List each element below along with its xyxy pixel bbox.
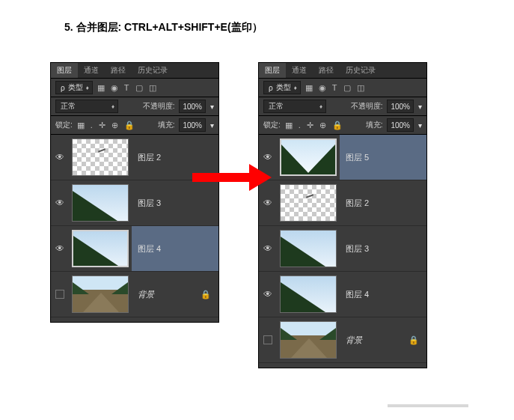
layer-name[interactable]: 背景🔒 — [340, 317, 426, 362]
layer-thumbnail[interactable] — [277, 180, 340, 225]
layer-thumbnail[interactable] — [277, 226, 340, 271]
chevron-down-icon[interactable]: ▾ — [210, 103, 214, 111]
decorative-block — [388, 404, 468, 407]
layer-name[interactable]: 图层 2 — [340, 180, 426, 225]
opacity-label: 不透明度: — [351, 101, 383, 112]
visibility-toggle[interactable]: 👁 — [259, 243, 277, 254]
layer-name[interactable]: 图层 4 — [340, 272, 426, 317]
lock-icon: 🔒 — [201, 290, 211, 299]
tab-layers[interactable]: 图层 — [51, 63, 78, 78]
lock-label: 锁定: — [263, 120, 281, 130]
tab-paths[interactable]: 路径 — [313, 63, 340, 78]
visibility-toggle[interactable]: 👁 — [259, 198, 277, 208]
layer-row[interactable]: 👁图层 3 — [259, 226, 426, 272]
type-filter-icon[interactable]: T — [332, 83, 337, 93]
layer-thumbnail[interactable] — [69, 180, 132, 225]
layer-row[interactable]: 👁图层 2 — [259, 180, 426, 226]
lock-transparent-icon[interactable]: ▦ — [285, 121, 293, 130]
lock-position-icon[interactable]: ✛ — [307, 121, 313, 130]
blend-row: 正常 ♦ 不透明度: 100% ▾ — [259, 97, 426, 116]
chevron-down-icon[interactable]: ▾ — [210, 121, 214, 130]
layer-name[interactable]: 图层 4 — [132, 226, 218, 271]
visibility-toggle[interactable]: 👁 — [259, 289, 277, 299]
smart-filter-icon[interactable]: ◫ — [149, 83, 156, 93]
layer-thumbnail[interactable] — [277, 272, 340, 317]
tab-history[interactable]: 历史记录 — [340, 63, 382, 78]
pixel-filter-icon[interactable]: ▦ — [305, 83, 313, 93]
chevron-down-icon[interactable]: ▾ — [418, 103, 422, 111]
filter-row: ρ 类型 ♦ ▦ ◉ T ▢ ◫ — [259, 79, 426, 97]
search-icon: ρ — [61, 84, 65, 92]
lock-icons: ▦ . ✛ ⊕ 🔒 — [285, 121, 343, 130]
tab-paths[interactable]: 路径 — [105, 63, 132, 78]
tab-channels[interactable]: 通道 — [286, 63, 313, 78]
doc-title: 5. 合并图层: CTRL+ALT+SHIFT+E(盖印） — [0, 0, 514, 34]
layer-row[interactable]: 背景🔒 — [51, 272, 218, 317]
fill-value[interactable]: 100% — [387, 118, 414, 132]
smart-filter-icon[interactable]: ◫ — [357, 83, 364, 93]
lock-pixels-icon[interactable]: . — [91, 121, 93, 130]
pixel-filter-icon[interactable]: ▦ — [97, 83, 105, 93]
lock-icon: 🔒 — [409, 335, 419, 345]
arrow-right-icon — [192, 164, 273, 191]
eye-off-icon — [55, 290, 64, 299]
fill-value[interactable]: 100% — [179, 118, 206, 132]
filter-row: ρ 类型 ♦ ▦ ◉ T ▢ ◫ — [51, 79, 218, 97]
adjust-filter-icon[interactable]: ◉ — [111, 83, 118, 93]
tab-channels[interactable]: 通道 — [78, 63, 105, 78]
layer-name[interactable]: 背景🔒 — [132, 272, 218, 317]
shape-filter-icon[interactable]: ▢ — [343, 83, 351, 93]
layer-thumbnail[interactable] — [69, 226, 132, 271]
blend-value: 正常 — [61, 101, 76, 112]
layer-name[interactable]: 图层 5 — [340, 135, 426, 180]
layer-name[interactable]: 图层 3 — [340, 226, 426, 271]
blend-select[interactable]: 正常 ♦ — [55, 100, 118, 113]
layer-list-after: 👁图层 5👁图层 2👁图层 3👁图层 4背景🔒 — [259, 135, 426, 368]
eye-off-icon — [263, 335, 272, 344]
layer-thumbnail[interactable] — [69, 135, 132, 180]
filter-select[interactable]: ρ 类型 ♦ — [263, 81, 301, 94]
filter-icons: ▦ ◉ T ▢ ◫ — [305, 83, 364, 93]
lock-icons: ▦ . ✛ ⊕ 🔒 — [77, 121, 135, 130]
filter-select[interactable]: ρ 类型 ♦ — [55, 81, 93, 94]
visibility-toggle[interactable]: 👁 — [51, 152, 69, 162]
chevron-down-icon: ♦ — [86, 85, 89, 91]
layer-row[interactable]: 👁图层 4 — [51, 226, 218, 272]
layer-thumbnail[interactable] — [277, 135, 340, 180]
layer-row[interactable]: 👁图层 5 — [259, 135, 426, 180]
lock-pixels-icon[interactable]: . — [299, 121, 301, 130]
tab-layers[interactable]: 图层 — [259, 63, 286, 78]
adjust-filter-icon[interactable]: ◉ — [319, 83, 326, 93]
lock-artboard-icon[interactable]: ⊕ — [319, 121, 326, 130]
visibility-toggle[interactable] — [259, 335, 277, 344]
lock-all-icon[interactable]: 🔒 — [332, 121, 343, 130]
layer-list-before: 👁图层 2👁图层 3👁图层 4背景🔒 — [51, 135, 218, 322]
layer-thumbnail[interactable] — [277, 317, 340, 362]
opacity-value[interactable]: 100% — [179, 100, 206, 113]
type-filter-icon[interactable]: T — [124, 83, 129, 93]
eye-icon: 👁 — [263, 198, 272, 208]
blend-select[interactable]: 正常 ♦ — [263, 100, 326, 113]
search-icon: ρ — [269, 84, 273, 92]
tab-history[interactable]: 历史记录 — [132, 63, 174, 78]
layers-panel-before: 图层 通道 路径 历史记录 ρ 类型 ♦ ▦ ◉ T ▢ ◫ 正常 ♦ — [51, 63, 218, 322]
shape-filter-icon[interactable]: ▢ — [135, 83, 143, 93]
chevron-down-icon: ♦ — [319, 103, 322, 110]
visibility-toggle[interactable] — [51, 290, 69, 299]
chevron-down-icon[interactable]: ▾ — [418, 121, 422, 130]
filter-value: 类型 — [68, 82, 83, 93]
layers-panel-after: 图层 通道 路径 历史记录 ρ 类型 ♦ ▦ ◉ T ▢ ◫ 正常 ♦ — [259, 63, 426, 368]
visibility-toggle[interactable]: 👁 — [259, 152, 277, 162]
fill-label: 填充: — [366, 120, 383, 130]
panel-tabbar: 图层 通道 路径 历史记录 — [259, 63, 426, 79]
layer-row[interactable]: 背景🔒 — [259, 317, 426, 363]
lock-all-icon[interactable]: 🔒 — [124, 121, 135, 130]
layer-row[interactable]: 👁图层 4 — [259, 272, 426, 317]
lock-transparent-icon[interactable]: ▦ — [77, 121, 85, 130]
lock-artboard-icon[interactable]: ⊕ — [111, 121, 118, 130]
layer-thumbnail[interactable] — [69, 272, 132, 317]
opacity-value[interactable]: 100% — [387, 100, 414, 113]
visibility-toggle[interactable]: 👁 — [51, 198, 69, 208]
visibility-toggle[interactable]: 👁 — [51, 243, 69, 254]
lock-position-icon[interactable]: ✛ — [99, 121, 105, 130]
